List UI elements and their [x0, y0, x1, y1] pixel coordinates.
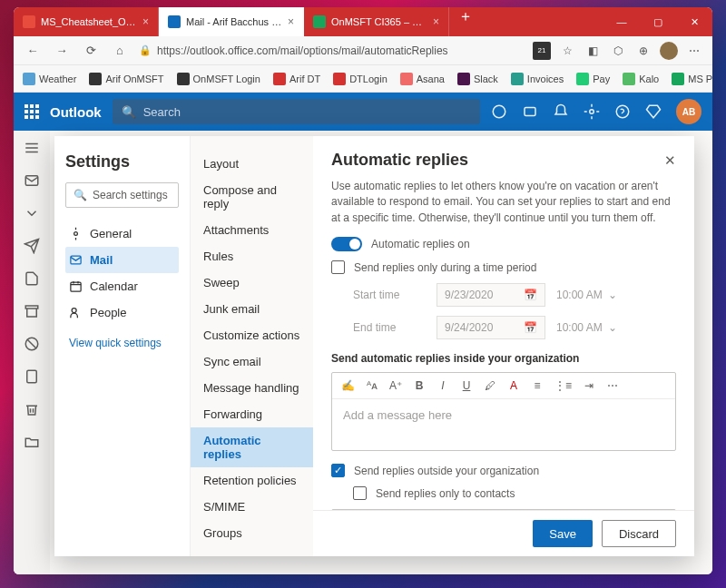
underline-button[interactable]: U	[460, 379, 473, 392]
outside-org-checkbox[interactable]: ✓	[331, 464, 345, 477]
nav-people[interactable]: People	[65, 299, 179, 326]
subnav-rules[interactable]: Rules	[191, 243, 313, 270]
collections-icon[interactable]: ⊕	[634, 42, 652, 60]
chevron-down-icon: ⌄	[608, 321, 617, 334]
end-time-select[interactable]: 10:00 AM⌄	[556, 321, 638, 334]
editor-textarea[interactable]: Add a message here	[332, 399, 675, 450]
subnav-smime[interactable]: S/MIME	[191, 494, 313, 520]
draft-icon[interactable]	[24, 270, 40, 287]
highlight-button[interactable]: 🖊	[484, 379, 496, 392]
subnav-junk[interactable]: Junk email	[191, 296, 313, 322]
help-icon[interactable]	[614, 103, 631, 120]
url-field[interactable]: 🔒 https://outlook.office.com/mail/option…	[139, 44, 524, 57]
view-quick-settings-link[interactable]: View quick settings	[65, 337, 179, 349]
subnav-forwarding[interactable]: Forwarding	[191, 401, 313, 427]
folder-icon[interactable]	[24, 434, 40, 450]
forward-button[interactable]: →	[52, 41, 72, 61]
menu-icon[interactable]	[24, 140, 40, 156]
close-icon[interactable]: ×	[288, 15, 294, 28]
italic-button[interactable]: I	[437, 379, 449, 392]
browser-tab-2[interactable]: Mail - Arif Bacchus - Outlook ×	[159, 7, 304, 36]
nav-general[interactable]: General	[65, 220, 179, 247]
favorite-link[interactable]: MS Planner	[672, 73, 712, 85]
number-list-button[interactable]: ⋮≡	[554, 379, 572, 392]
back-button[interactable]: ←	[23, 41, 43, 61]
home-button[interactable]: ⌂	[110, 41, 130, 61]
favorite-link[interactable]: DTLogin	[333, 73, 388, 85]
mail-icon[interactable]	[24, 172, 40, 189]
contacts-only-checkbox[interactable]	[353, 486, 367, 500]
favorite-link[interactable]: Invoices	[511, 73, 564, 85]
settings-modal: Settings 🔍 Search settings General Mail …	[54, 136, 694, 556]
subnav-customize[interactable]: Customize actions	[191, 322, 313, 348]
favorite-link[interactable]: Arif DT	[273, 73, 320, 85]
time-period-checkbox[interactable]	[331, 260, 345, 274]
settings-search-input[interactable]: 🔍 Search settings	[65, 182, 179, 208]
favorite-link[interactable]: Slack	[457, 73, 498, 85]
teams-icon[interactable]	[522, 103, 538, 120]
diamond-icon[interactable]	[645, 103, 662, 120]
subnav-sweep[interactable]: Sweep	[191, 270, 313, 296]
bold-button[interactable]: B	[413, 379, 426, 392]
font-size-button[interactable]: A⁺	[389, 379, 402, 392]
chevron-down-icon[interactable]	[24, 205, 40, 221]
favorite-link[interactable]: Arif OnMSFT	[89, 73, 163, 85]
subnav-layout[interactable]: Layout	[191, 151, 313, 177]
close-icon[interactable]: ×	[433, 15, 439, 28]
search-icon: 🔍	[122, 105, 136, 119]
bullet-list-button[interactable]: ≡	[531, 379, 544, 392]
skype-icon[interactable]	[491, 103, 507, 120]
save-button[interactable]: Save	[533, 520, 593, 547]
app-launcher-icon[interactable]	[25, 104, 39, 119]
font-family-button[interactable]: ᴬᴀ	[366, 379, 378, 392]
blocked-icon[interactable]	[24, 336, 40, 352]
extension-icon[interactable]: ◧	[584, 42, 602, 60]
user-avatar[interactable]: AB	[676, 99, 701, 124]
subnav-autoreplies[interactable]: Automatic replies	[191, 427, 313, 467]
font-color-button[interactable]: A	[507, 379, 520, 392]
note-icon[interactable]	[24, 368, 40, 385]
nav-calendar[interactable]: Calendar	[65, 273, 179, 299]
subnav-retention[interactable]: Retention policies	[191, 467, 313, 494]
send-icon[interactable]	[24, 238, 40, 254]
favorite-icon[interactable]: ☆	[558, 42, 576, 60]
refresh-button[interactable]: ⟳	[81, 41, 101, 61]
close-button[interactable]: ✕	[676, 7, 712, 36]
subnav-groups[interactable]: Groups	[191, 520, 313, 546]
menu-button[interactable]: ⋯	[685, 42, 703, 60]
settings-icon[interactable]	[584, 103, 600, 120]
nav-mail[interactable]: Mail	[65, 247, 179, 273]
start-date-input[interactable]: 9/23/2020📅	[437, 283, 545, 307]
browser-tab-1[interactable]: MS_Cheatsheet_OutlookMailOn... ×	[14, 7, 159, 36]
close-icon[interactable]: ✕	[664, 152, 676, 169]
profile-avatar[interactable]	[660, 42, 678, 60]
archive-icon[interactable]	[24, 303, 40, 319]
end-date-input[interactable]: 9/24/2020📅	[437, 316, 545, 339]
subnav-handling[interactable]: Message handling	[191, 375, 313, 401]
paint-icon[interactable]: ✍	[341, 379, 355, 392]
favorite-link[interactable]: Weather	[23, 73, 76, 85]
subnav-sync[interactable]: Sync email	[191, 348, 313, 375]
favorite-link[interactable]: Kalo	[623, 73, 659, 85]
extension-icon[interactable]: 21	[533, 42, 551, 60]
discard-button[interactable]: Discard	[602, 520, 676, 547]
maximize-button[interactable]: ▢	[640, 7, 676, 36]
indent-button[interactable]: ⇥	[583, 379, 595, 392]
suite-search[interactable]: 🔍 Search	[113, 99, 480, 124]
minimize-button[interactable]: —	[603, 7, 640, 36]
close-icon[interactable]: ×	[142, 15, 149, 28]
start-time-select[interactable]: 10:00 AM⌄	[556, 289, 638, 301]
delete-icon[interactable]	[24, 401, 40, 417]
time-grid: Start time 9/23/2020📅 10:00 AM⌄ End time…	[331, 283, 676, 339]
favorite-link[interactable]: Pay	[576, 73, 610, 85]
more-button[interactable]: ⋯	[606, 379, 619, 392]
subnav-attachments[interactable]: Attachments	[191, 217, 313, 243]
subnav-compose[interactable]: Compose and reply	[191, 177, 313, 217]
new-tab-button[interactable]: ＋	[449, 7, 482, 36]
autoreplies-toggle[interactable]	[331, 237, 362, 251]
favorite-link[interactable]: Asana	[400, 73, 445, 85]
browser-tab-3[interactable]: OnMSFT CI365 – Planner ×	[304, 7, 449, 36]
notifications-icon[interactable]	[553, 103, 569, 120]
favorite-link[interactable]: OnMSFT Login	[177, 73, 260, 85]
extension-icon[interactable]: ⬡	[609, 42, 627, 60]
